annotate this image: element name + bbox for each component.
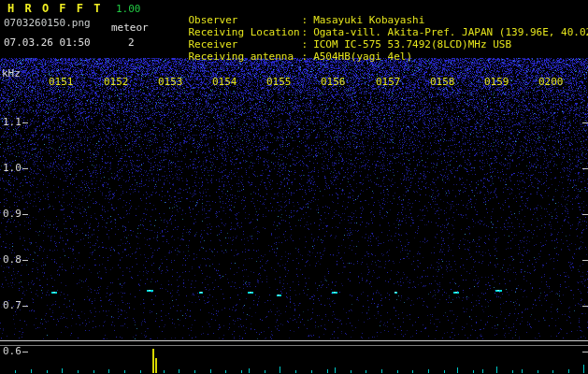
y-tick-label: 0.7 [3, 300, 22, 311]
x-tick-label: 0200 [538, 77, 564, 88]
y-tick-label: 0.6 [3, 346, 22, 357]
x-tick-label: 0155 [266, 77, 292, 88]
y-axis-unit: kHz [2, 68, 21, 79]
x-tick-label: 0153 [158, 77, 183, 88]
station-value: A504HB(yagi 4el) [313, 50, 412, 63]
station-colon: : [302, 51, 308, 63]
timestamp-label: 07.03.26 01:50 [4, 37, 91, 49]
y-tick-label: 0.8 [3, 254, 22, 266]
y-tick-label: 0.9 [3, 209, 22, 220]
x-tick-label: 0157 [376, 77, 401, 88]
x-tick-label: 0152 [104, 77, 129, 88]
x-tick-label: 0154 [212, 77, 237, 88]
x-tick-label: 0159 [484, 77, 509, 88]
x-tick-label: 0151 [49, 77, 74, 88]
app-version: 1.00 [116, 4, 141, 15]
hrofft-output-image: H R O F F T 1.00 0703260150.png meteor 0… [0, 0, 588, 374]
output-filename: 0703260150.png [4, 18, 91, 29]
y-tick-label: 1.0 [3, 163, 22, 174]
app-title: H R O F F T [7, 3, 102, 14]
station-label: Receiving antenna [189, 51, 302, 63]
x-tick-label: 0156 [321, 77, 346, 88]
mode-label: meteor [111, 22, 149, 34]
y-tick-label: 1.1 [3, 117, 22, 128]
x-tick-label: 0158 [430, 77, 455, 88]
meteor-count: 2 [128, 37, 135, 49]
station-info-row: Receiving antenna:A504HB(yagi 4el) [164, 40, 412, 74]
